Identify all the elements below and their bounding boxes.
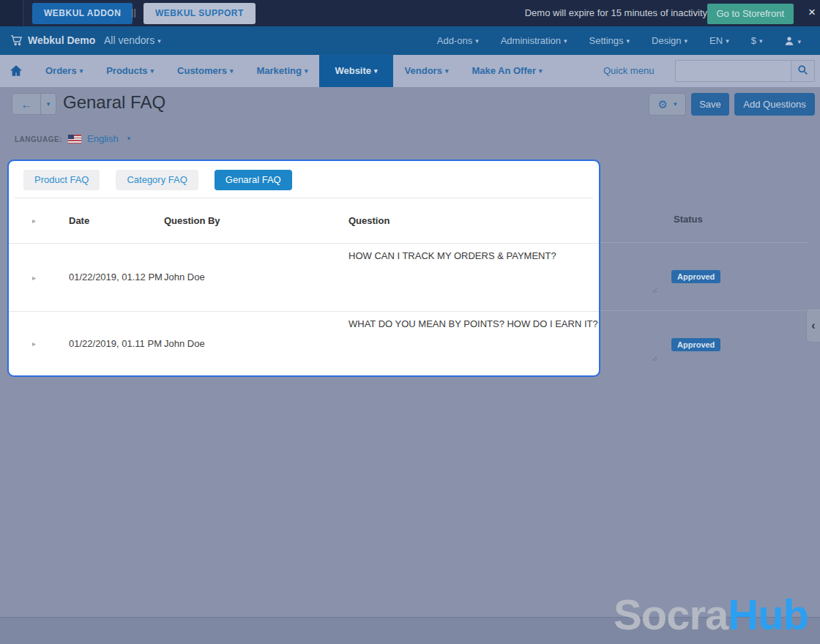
menu-item-marketing[interactable]: Marketing▾ xyxy=(245,55,320,87)
save-button[interactable]: Save xyxy=(691,93,729,116)
menu-label: Marketing xyxy=(257,65,302,76)
language-selector[interactable]: EN▾ xyxy=(709,35,729,46)
menu-label: Vendors xyxy=(405,65,442,76)
faq-tabs: Product FAQ Category FAQ Genaral FAQ xyxy=(23,170,292,190)
menu-label: Customers xyxy=(177,65,227,76)
chevron-down-icon: ▾ xyxy=(80,55,83,87)
tab-genaral-faq[interactable]: Genaral FAQ xyxy=(215,170,292,190)
demo-expire-text: Demo will expire for 15 minutes of inact… xyxy=(525,7,707,18)
table-row: ▸ 01/22/2019, 01.12 PM John Doe HOW CAN … xyxy=(9,244,599,312)
faq-highlight-panel: Product FAQ Category FAQ Genaral FAQ ▸ D… xyxy=(7,160,600,377)
question-textarea[interactable]: WHAT DO YOU MEAN BY POINTS? HOW DO I EAR… xyxy=(338,312,599,375)
header-question-by: Question By xyxy=(163,215,338,226)
currency-selector[interactable]: $▾ xyxy=(751,35,763,46)
tab-category-faq[interactable]: Category FAQ xyxy=(116,170,198,190)
store-selector[interactable]: All vendors▾ xyxy=(104,26,161,56)
cell-question-by: John Doe xyxy=(163,337,338,351)
gear-icon: ⚙ xyxy=(658,98,668,111)
search-input[interactable] xyxy=(675,60,791,82)
cart-icon xyxy=(10,34,23,49)
menu-label: EN xyxy=(709,35,723,46)
chevron-down-icon: ▾ xyxy=(797,38,801,45)
menu-label: Administration xyxy=(501,35,561,46)
tab-product-faq[interactable]: Product FAQ xyxy=(23,170,100,190)
webkul-support-button[interactable]: WEBKUL SUPPORT xyxy=(144,3,256,24)
menu-item-addons[interactable]: Add-ons▾ xyxy=(437,35,479,46)
resize-grip-icon[interactable] xyxy=(650,286,657,293)
expand-all-icon[interactable]: ▸ xyxy=(31,217,67,225)
chevron-down-icon: ▾ xyxy=(726,37,729,45)
menu-items: Orders▾ Products▾ Customers▾ Marketing▾ … xyxy=(34,55,554,87)
row-divider xyxy=(600,242,808,243)
chevron-down-icon: ▾ xyxy=(305,55,308,87)
top-menu: Add-ons▾ Administration▾ Settings▾ Desig… xyxy=(437,26,801,55)
chevron-down-icon: ▾ xyxy=(564,37,567,45)
chevron-down-icon: ▾ xyxy=(759,37,763,45)
watermark-gray-text: Socra xyxy=(614,591,728,638)
menu-item-settings[interactable]: Settings▾ xyxy=(589,35,630,46)
page-title: Genaral FAQ xyxy=(63,92,165,113)
sidebar-toggle[interactable]: ‹ xyxy=(806,308,820,342)
top-bar-corner xyxy=(0,0,23,26)
watermark-blue-text: Hub xyxy=(728,591,808,638)
chevron-down-icon: ▾ xyxy=(627,37,630,45)
go-to-storefront-button[interactable]: Go to Storefront xyxy=(707,4,794,24)
chevron-down-icon: ▾ xyxy=(157,27,161,56)
cell-date: 01/22/2019, 01.11 PM xyxy=(67,337,163,351)
search-button[interactable] xyxy=(791,60,815,82)
row-expander-icon[interactable]: ▸ xyxy=(31,340,67,348)
menu-label: $ xyxy=(751,35,756,46)
chevron-down-icon: ▾ xyxy=(230,55,234,87)
menu-item-administration[interactable]: Administration▾ xyxy=(501,35,567,46)
user-icon xyxy=(784,36,794,48)
chevron-down-icon: ▾ xyxy=(685,37,688,45)
admin-menu-bar: Orders▾ Products▾ Customers▾ Marketing▾ … xyxy=(0,55,820,87)
language-dropdown[interactable]: English ▾ xyxy=(68,133,130,144)
row-divider xyxy=(600,310,808,311)
header-status: Status xyxy=(674,214,703,225)
menu-item-website[interactable]: Website▾ xyxy=(319,55,392,87)
close-icon[interactable]: × xyxy=(808,4,816,20)
row-expander-icon[interactable]: ▸ xyxy=(31,274,67,282)
menu-label: Design xyxy=(652,35,681,46)
demo-top-bar: WEBKUL ADDON || WEBKUL SUPPORT Demo will… xyxy=(0,0,820,26)
menu-label: Website xyxy=(335,65,371,76)
menu-item-design[interactable]: Design▾ xyxy=(652,35,687,46)
resize-grip-icon[interactable] xyxy=(650,354,657,361)
chevron-down-icon: ▾ xyxy=(539,55,543,87)
chevron-down-icon: ▾ xyxy=(151,55,154,87)
menu-item-products[interactable]: Products▾ xyxy=(94,55,165,87)
chevron-left-icon: ‹ xyxy=(811,319,815,332)
quick-menu-link[interactable]: Quick menu xyxy=(603,55,654,87)
webkul-addon-button[interactable]: WEBKUL ADDON xyxy=(32,3,133,24)
menu-label: Make An Offer xyxy=(471,65,536,76)
home-icon[interactable] xyxy=(10,65,22,79)
user-menu[interactable]: ▾ xyxy=(784,34,801,47)
back-button[interactable]: ← xyxy=(12,94,40,114)
menu-item-customers[interactable]: Customers▾ xyxy=(165,55,245,87)
top-bar-separator: || xyxy=(131,7,136,18)
chevron-down-icon: ▾ xyxy=(445,55,449,87)
cell-question-by: John Doe xyxy=(163,270,338,285)
settings-gear-button[interactable]: ⚙ ▾ xyxy=(649,93,686,116)
question-textarea[interactable]: HOW CAN I TRACK MY ORDERS & PAYMENT? xyxy=(338,244,599,311)
chevron-down-icon: ▾ xyxy=(475,37,479,45)
menu-item-make-an-offer[interactable]: Make An Offer▾ xyxy=(460,55,554,87)
menu-label: Add-ons xyxy=(437,35,472,46)
chevron-down-icon: ▾ xyxy=(127,135,131,142)
menu-item-orders[interactable]: Orders▾ xyxy=(34,55,94,87)
menu-label: Orders xyxy=(45,65,77,76)
table-header-row: ▸ Date Question By Question xyxy=(9,198,599,244)
brand-webkul-demo[interactable]: Webkul Demo xyxy=(28,26,95,55)
back-dropdown-button[interactable]: ▾ xyxy=(40,94,56,114)
search-icon xyxy=(797,64,808,78)
header-question: Question xyxy=(338,215,599,226)
menu-item-vendors[interactable]: Vendors▾ xyxy=(393,55,461,87)
us-flag-icon xyxy=(68,135,81,143)
chevron-down-icon: ▾ xyxy=(374,55,378,87)
header-date: Date xyxy=(67,215,163,226)
add-questions-button[interactable]: Add Questions xyxy=(734,93,815,116)
store-selector-label: All vendors xyxy=(104,34,154,46)
menu-label: Products xyxy=(106,65,147,76)
language-label: LANGUAGE: xyxy=(15,135,62,143)
